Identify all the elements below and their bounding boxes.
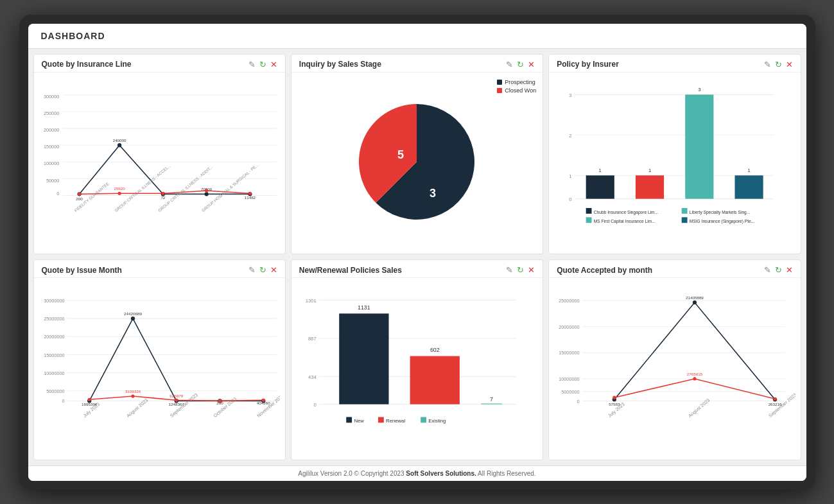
refresh-icon-quote-insurance[interactable]: ↻ (259, 60, 266, 69)
widget-title-quote-accepted: Quote Accepted by month (557, 266, 652, 275)
svg-rect-58 (682, 217, 688, 223)
close-icon-quote-month[interactable]: ✕ (270, 265, 277, 275)
svg-text:New: New (354, 418, 364, 424)
svg-point-85 (131, 394, 134, 397)
widget-body-new-renewal: 1301 867 434 0 1131 602 (291, 278, 543, 460)
widget-header-policy-insurer: Policy by Insurer ✎ ↻ ✕ (549, 55, 800, 73)
widget-header-new-renewal: New/Renewal Policies Sales ✎ ↻ ✕ (291, 260, 543, 278)
svg-text:3: 3 (430, 187, 436, 200)
svg-point-26 (161, 191, 164, 195)
svg-text:1: 1 (599, 167, 602, 173)
svg-text:20000000: 20000000 (559, 324, 579, 330)
svg-rect-44 (586, 175, 614, 198)
svg-rect-46 (636, 175, 664, 198)
close-icon-policy-insurer[interactable]: ✕ (786, 60, 793, 69)
svg-point-86 (175, 399, 178, 402)
svg-text:October 2023: October 2023 (212, 396, 238, 419)
svg-text:25920: 25920 (114, 186, 125, 191)
svg-text:0: 0 (577, 399, 580, 404)
svg-point-88 (261, 399, 265, 402)
edit-icon-quote-month[interactable]: ✎ (248, 265, 256, 275)
widget-actions-inquiry-sales: ✎ ↻ ✕ (506, 60, 535, 69)
refresh-icon-new-renewal[interactable]: ↻ (517, 265, 524, 275)
svg-text:10000000: 10000000 (559, 376, 579, 382)
device-frame: DASHBOARD Quote by Insurance Line ✎ ↻ ✕ … (19, 15, 815, 490)
svg-text:10000000: 10000000 (44, 370, 64, 376)
widget-actions-quote-month: ✎ ↻ ✕ (248, 265, 277, 275)
legend-dot-prospecting (497, 80, 502, 85)
widget-body-inquiry-sales: 5 3 Prospecting Closed Won (291, 73, 543, 254)
svg-text:5: 5 (397, 148, 404, 161)
widget-actions-quote-insurance: ✎ ↻ ✕ (248, 60, 277, 69)
svg-text:200000: 200000 (43, 127, 58, 133)
close-icon-quote-insurance[interactable]: ✕ (270, 60, 277, 69)
svg-rect-54 (586, 217, 592, 223)
svg-point-135 (693, 377, 697, 380)
widget-title-quote-month: Quote by Issue Month (42, 266, 122, 275)
widget-body-quote-insurance: 300000 250000 200000 150000 100000 50000… (34, 73, 285, 254)
footer: Agililux Version 2.0 © Copyright 2023 So… (28, 465, 806, 481)
edit-icon-quote-insurance[interactable]: ✎ (248, 60, 256, 69)
edit-icon-quote-accepted[interactable]: ✎ (764, 265, 771, 275)
pie-chart-inquiry: 5 3 (352, 98, 481, 226)
chart-quote-accepted: 25000000 20000000 15000000 10000000 5000… (554, 281, 795, 455)
close-icon-new-renewal[interactable]: ✕ (528, 265, 535, 275)
footer-text: Agililux Version 2.0 © Copyright 2023 So… (298, 470, 535, 477)
refresh-icon-quote-month[interactable]: ↻ (259, 265, 266, 275)
close-icon-inquiry-sales[interactable]: ✕ (528, 60, 535, 69)
legend-dot-closed-won (497, 88, 502, 93)
widget-actions-policy-insurer: ✎ ↻ ✕ (764, 60, 793, 69)
header: DASHBOARD (28, 24, 806, 49)
svg-point-129 (693, 300, 697, 304)
svg-text:21405889: 21405889 (686, 295, 704, 300)
svg-text:3: 3 (698, 86, 700, 92)
screen: DASHBOARD Quote by Insurance Line ✎ ↻ ✕ … (28, 24, 806, 481)
svg-point-28 (248, 191, 251, 195)
svg-text:50000: 50000 (46, 177, 59, 183)
edit-icon-new-renewal[interactable]: ✎ (506, 265, 513, 275)
refresh-icon-quote-accepted[interactable]: ↻ (775, 265, 782, 275)
widget-header-quote-insurance: Quote by Insurance Line ✎ ↻ ✕ (34, 55, 285, 73)
widget-header-quote-accepted: Quote Accepted by month ✎ ↻ ✕ (549, 260, 800, 278)
widget-title-inquiry-sales: Inquiry by Sales Stage (299, 60, 381, 69)
svg-point-24 (77, 192, 80, 195)
widget-inquiry-sales: Inquiry by Sales Stage ✎ ↻ ✕ (291, 54, 543, 255)
close-icon-quote-accepted[interactable]: ✕ (786, 265, 793, 275)
svg-text:1: 1 (748, 167, 751, 173)
legend-inquiry-sales: Prospecting Closed Won (497, 79, 536, 94)
svg-point-84 (87, 398, 91, 401)
edit-icon-inquiry-sales[interactable]: ✎ (506, 60, 513, 69)
svg-text:0: 0 (56, 191, 59, 196)
widget-body-quote-accepted: 25000000 20000000 15000000 10000000 5000… (549, 278, 800, 460)
svg-rect-104 (339, 313, 388, 404)
legend-label-closed-won: Closed Won (505, 87, 536, 94)
widget-body-quote-month: 30000000 25000000 20000000 15000000 1000… (34, 278, 285, 460)
widget-title-policy-insurer: Policy by Insurer (557, 60, 619, 69)
widget-policy-insurer: Policy by Insurer ✎ ↻ ✕ 3 2 1 0 (548, 54, 801, 255)
svg-text:MS First Capital Insurance Lim: MS First Capital Insurance Lim... (594, 219, 656, 224)
svg-text:1: 1 (569, 173, 571, 178)
svg-point-27 (205, 189, 208, 192)
svg-text:5000000: 5000000 (46, 388, 64, 394)
svg-text:20000000: 20000000 (44, 334, 64, 340)
refresh-icon-inquiry-sales[interactable]: ↻ (517, 60, 524, 69)
svg-text:5000000: 5000000 (561, 389, 579, 395)
svg-text:August 2023: August 2023 (125, 397, 149, 419)
svg-text:15000000: 15000000 (559, 350, 579, 356)
svg-text:15000000: 15000000 (44, 352, 64, 358)
svg-rect-108 (481, 404, 502, 404)
widget-header-quote-month: Quote by Issue Month ✎ ↻ ✕ (34, 260, 285, 278)
svg-text:867: 867 (308, 336, 317, 342)
widget-quote-insurance: Quote by Insurance Line ✎ ↻ ✕ 300000 250… (33, 54, 286, 255)
svg-text:Existing: Existing (428, 418, 446, 424)
svg-text:434: 434 (308, 374, 317, 380)
edit-icon-policy-insurer[interactable]: ✎ (764, 60, 771, 69)
svg-text:24420689: 24420689 (124, 311, 142, 316)
refresh-icon-policy-insurer[interactable]: ↻ (775, 60, 782, 69)
svg-point-17 (204, 192, 208, 196)
svg-text:72: 72 (161, 195, 165, 199)
svg-point-15 (117, 143, 121, 147)
svg-rect-110 (346, 417, 352, 423)
svg-text:300000: 300000 (43, 94, 58, 100)
widget-title-quote-insurance: Quote by Insurance Line (42, 60, 132, 69)
